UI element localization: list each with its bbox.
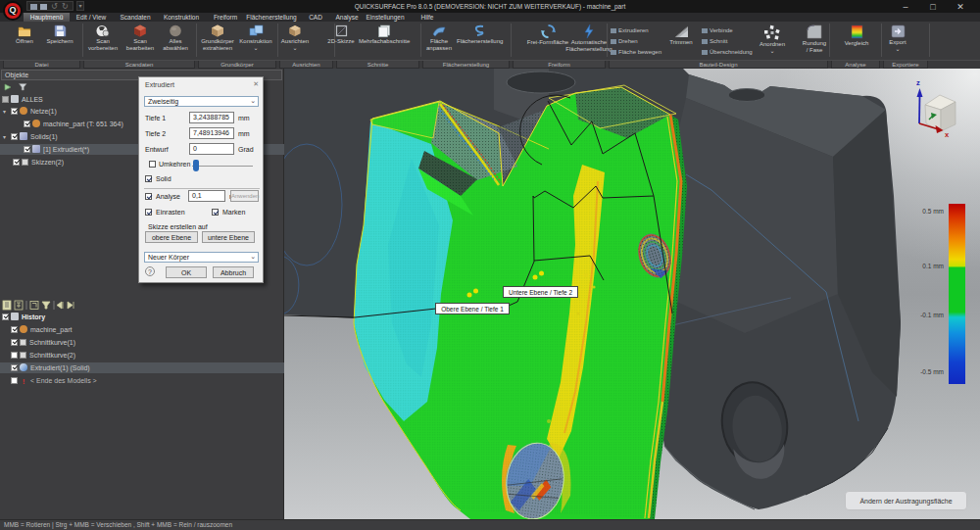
svg-text:z: z [916, 78, 920, 87]
svg-text:-0.5 mm: -0.5 mm [920, 368, 944, 375]
svg-text:0.1 mm: 0.1 mm [922, 263, 944, 269]
svg-text:-0.1 mm: -0.1 mm [920, 312, 944, 318]
svg-text:0.5 mm: 0.5 mm [922, 208, 944, 215]
